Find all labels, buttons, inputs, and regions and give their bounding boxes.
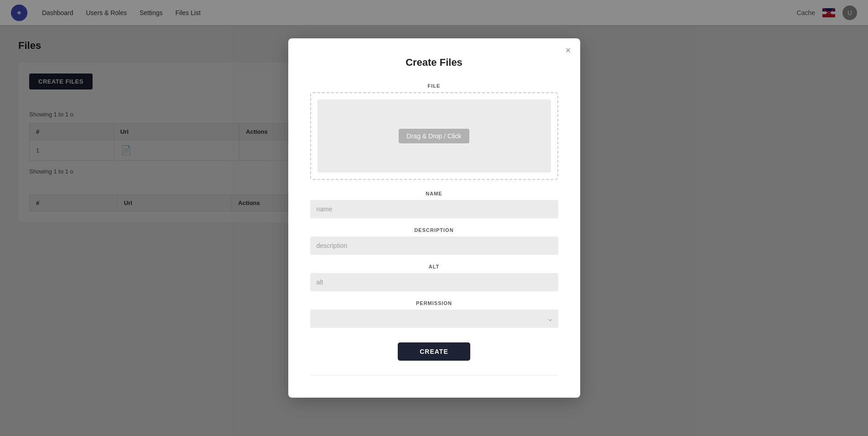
permission-select[interactable]: Public Private xyxy=(310,310,558,328)
drag-drop-button[interactable]: Drag & Drop / Click xyxy=(399,129,470,143)
alt-input[interactable] xyxy=(310,273,558,291)
modal-close-button[interactable]: × xyxy=(566,46,571,55)
modal-footer: CREATE xyxy=(310,342,558,361)
name-group: NAME xyxy=(310,191,558,218)
permission-label: PERMISSION xyxy=(310,300,558,306)
modal: × Create Files FILE Drag & Drop / Click … xyxy=(288,38,580,398)
modal-bottom-divider xyxy=(310,375,558,376)
description-input[interactable] xyxy=(310,236,558,255)
modal-title: Create Files xyxy=(310,57,558,68)
modal-overlay[interactable]: × Create Files FILE Drag & Drop / Click … xyxy=(0,0,868,436)
file-section: FILE Drag & Drop / Click xyxy=(310,83,558,180)
alt-label: ALT xyxy=(310,264,558,269)
alt-group: ALT xyxy=(310,264,558,291)
permission-group: PERMISSION Public Private ⌵ xyxy=(310,300,558,328)
name-input[interactable] xyxy=(310,200,558,218)
description-label: DESCRIPTION xyxy=(310,227,558,233)
file-label: FILE xyxy=(310,83,558,89)
file-dropzone-inner[interactable]: Drag & Drop / Click xyxy=(317,100,551,173)
permission-select-wrapper: Public Private ⌵ xyxy=(310,310,558,328)
name-label: NAME xyxy=(310,191,558,196)
file-dropzone-outer[interactable]: Drag & Drop / Click xyxy=(310,92,558,180)
create-button[interactable]: CREATE xyxy=(398,342,470,361)
description-group: DESCRIPTION xyxy=(310,227,558,255)
